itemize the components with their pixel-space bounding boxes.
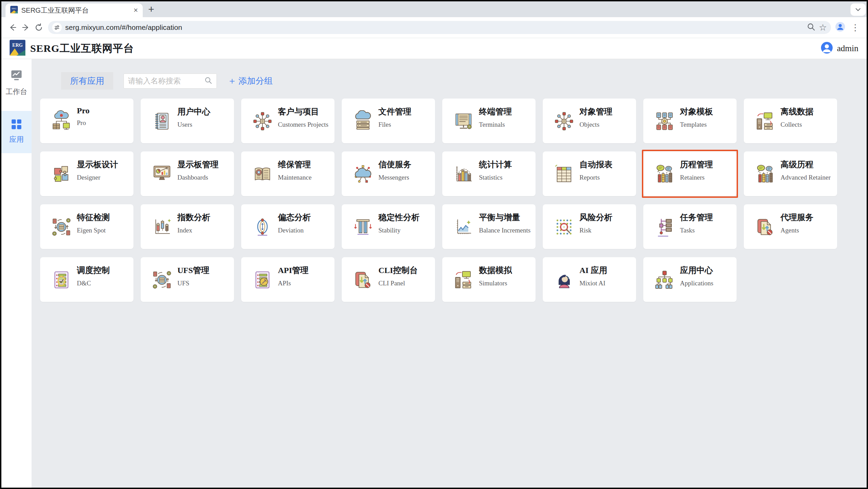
- favicon: ERG: [10, 6, 18, 15]
- app-card-templates[interactable]: 对象模板Templates: [643, 99, 737, 143]
- app-subtitle: Risk: [579, 227, 612, 234]
- reports-icon: [553, 163, 575, 185]
- users-icon: [151, 110, 173, 132]
- browser-tab[interactable]: ERG SERG工业互联网平台 ×: [5, 3, 143, 17]
- sidebar-label: 应用: [9, 135, 24, 144]
- workbench-icon: [10, 69, 23, 84]
- apps-grid: ProPro用户中心Users客户与项目Customers Projects文件…: [40, 99, 867, 302]
- app-card-users[interactable]: 用户中心Users: [141, 99, 234, 143]
- zoom-icon[interactable]: [807, 22, 816, 33]
- url-text: serg.mixyun.com/#/home/application: [65, 23, 803, 32]
- app-subtitle: UFS: [177, 280, 209, 287]
- app-title: 显示板设计: [77, 159, 118, 170]
- app-card-text: 应用中心Applications: [680, 264, 713, 302]
- user-avatar[interactable]: [821, 42, 833, 55]
- app-title: 对象管理: [579, 106, 612, 117]
- app-card-mixiot-ai[interactable]: AI 应用Mixiot AI: [543, 257, 636, 302]
- designer-icon: [50, 163, 72, 185]
- app-subtitle: Stability: [378, 227, 420, 234]
- app-card-terminals[interactable]: 终端管理Terminals: [442, 99, 536, 143]
- app-card-text: 数据模拟Simulators: [479, 264, 512, 302]
- app-card-text: 历程管理Retainers: [680, 158, 713, 196]
- app-subtitle: Users: [177, 121, 210, 128]
- app-card-statistics[interactable]: 统计计算Statistics: [442, 151, 536, 196]
- app-card-text: AI 应用Mixiot AI: [579, 264, 607, 302]
- app-card-d-c[interactable]: 调度控制D&C: [40, 257, 133, 302]
- statistics-icon: [453, 163, 474, 185]
- app-card-maintenance[interactable]: 维保管理Maintenance: [241, 151, 335, 196]
- app-card-pro[interactable]: ProPro: [40, 99, 133, 143]
- app-title: 终端管理: [479, 106, 512, 117]
- username-label[interactable]: admin: [837, 44, 859, 53]
- dnc-icon: [50, 269, 72, 291]
- app-card-collects[interactable]: 离线数据Collects: [744, 99, 837, 143]
- app-card-risk[interactable]: 风险分析Risk: [543, 204, 636, 249]
- tab-close-icon[interactable]: ×: [133, 7, 138, 14]
- app-title: 信使服务: [378, 159, 411, 170]
- app-title: 对象模板: [680, 106, 713, 117]
- app-subtitle: Dashboards: [177, 174, 219, 181]
- browser-menu-icon[interactable]: ⋮: [851, 23, 860, 32]
- app-card-stability[interactable]: 稳定性分析Stability: [342, 204, 435, 249]
- app-title: 应用中心: [680, 265, 713, 276]
- app-card-apis[interactable]: API管理APIs: [241, 257, 335, 302]
- app-card-text: ProPro: [77, 105, 90, 143]
- app-card-messengers[interactable]: 信使服务Messengers: [342, 151, 435, 196]
- url-bar[interactable]: serg.mixyun.com/#/home/application ☆: [48, 21, 831, 34]
- app-card-applications[interactable]: 应用中心Applications: [643, 257, 737, 302]
- applications-icon: [654, 269, 676, 291]
- app-card-simulators[interactable]: 数据模拟Simulators: [442, 257, 536, 302]
- app-card-tasks[interactable]: 任务管理Tasks: [643, 204, 737, 249]
- objects-icon: [553, 110, 575, 132]
- all-apps-button[interactable]: 所有应用: [61, 72, 113, 90]
- tab-search-chevron-icon[interactable]: [851, 3, 866, 16]
- app-subtitle: Agents: [781, 227, 813, 234]
- reload-icon[interactable]: [32, 21, 45, 34]
- app-card-index[interactable]: 指数分析Index: [141, 204, 234, 249]
- app-card-advanced-retainer[interactable]: 高级历程Advanced Retainer: [744, 151, 837, 196]
- app-card-cli-panel[interactable]: CLI控制台CLI Panel: [342, 257, 435, 302]
- app-title: 维保管理: [278, 159, 312, 170]
- app-title: 自动报表: [579, 159, 612, 170]
- search-input[interactable]: [128, 77, 204, 86]
- app-subtitle: Applications: [680, 280, 713, 287]
- site-settings-icon[interactable]: [52, 23, 62, 32]
- app-card-balance-increments[interactable]: 平衡与增量Balance Increments: [442, 204, 536, 249]
- app-title: AI 应用: [579, 265, 607, 276]
- app-card-text: API管理APIs: [278, 264, 308, 302]
- back-icon[interactable]: [6, 21, 19, 34]
- app-subtitle: Index: [177, 227, 210, 234]
- app-card-customers-projects[interactable]: 客户与项目Customers Projects: [241, 99, 335, 143]
- app-subtitle: Messengers: [378, 174, 411, 181]
- sidebar-item-applications[interactable]: 应用: [1, 111, 32, 153]
- browser-window: ERG SERG工业互联网平台 × + serg.mixyun.com/#/ho…: [0, 0, 868, 489]
- page-title: SERG工业互联网平台: [30, 42, 134, 56]
- app-title: 客户与项目: [278, 106, 328, 117]
- add-group-button[interactable]: + 添加分组: [229, 75, 273, 87]
- bookmark-star-icon[interactable]: ☆: [819, 23, 827, 32]
- app-subtitle: Terminals: [479, 121, 512, 128]
- app-card-eigen-spot[interactable]: 特征检测Eigen Spot: [40, 204, 133, 249]
- forward-icon[interactable]: [19, 21, 32, 34]
- search-box[interactable]: [124, 73, 217, 89]
- app-card-designer[interactable]: 显示板设计Designer: [40, 151, 133, 196]
- app-card-agents[interactable]: 代理服务Agents: [744, 204, 837, 249]
- new-tab-button[interactable]: +: [148, 4, 154, 14]
- app-card-text: 风险分析Risk: [579, 211, 612, 249]
- app-card-deviation[interactable]: 偏态分析Deviation: [241, 204, 335, 249]
- sidebar-item-workbench[interactable]: 工作台: [1, 64, 32, 102]
- app-card-objects[interactable]: 对象管理Objects: [543, 99, 636, 143]
- app-card-text: CLI控制台CLI Panel: [378, 264, 418, 302]
- app-card-reports[interactable]: 自动报表Reports: [543, 151, 636, 196]
- app-title: 指数分析: [177, 212, 210, 223]
- app-card-dashboards[interactable]: 显示板管理Dashboards: [141, 151, 234, 196]
- app-title: 离线数据: [781, 106, 813, 117]
- app-card-files[interactable]: 文件管理Files: [342, 99, 435, 143]
- app-card-ufs[interactable]: UFS管理UFS: [141, 257, 234, 302]
- app-card-retainers[interactable]: 历程管理Retainers: [643, 151, 737, 196]
- maintenance-icon: [251, 163, 273, 185]
- app-subtitle: Reports: [579, 174, 612, 181]
- browser-profile-icon[interactable]: [835, 22, 845, 33]
- app-card-text: 任务管理Tasks: [680, 211, 713, 249]
- app-title: CLI控制台: [378, 265, 418, 276]
